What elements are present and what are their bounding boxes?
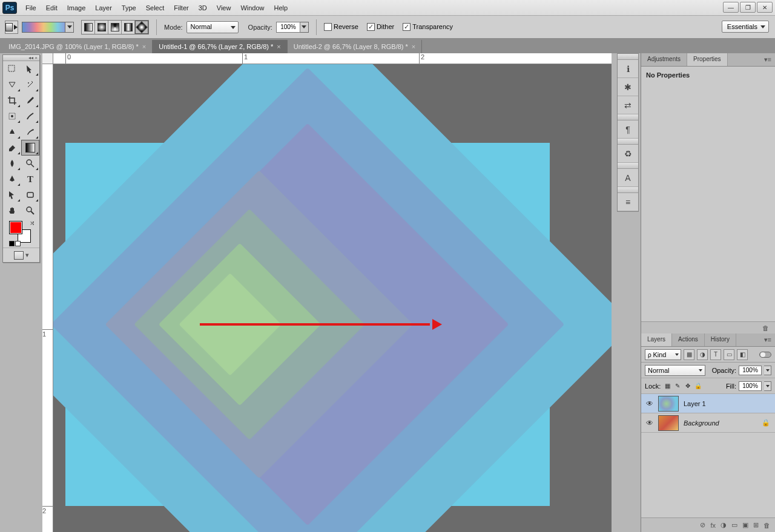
history-brush-tool[interactable] <box>21 124 39 140</box>
gradient-tool[interactable] <box>21 140 39 156</box>
visibility-toggle-icon[interactable]: 👁 <box>641 399 658 408</box>
tab-actions[interactable]: Actions <box>672 333 705 346</box>
tools-panel-header[interactable]: ◂◂× <box>3 55 39 61</box>
filter-shape-icon[interactable]: ▭ <box>724 349 734 360</box>
canvas-viewport[interactable] <box>53 64 612 532</box>
menu-help[interactable]: Help <box>269 2 293 14</box>
move-tool[interactable] <box>3 61 21 77</box>
magic-wand-tool[interactable] <box>21 77 39 93</box>
dock-list-icon[interactable]: ≡ <box>618 193 638 211</box>
layer-fill-input[interactable]: 100% <box>739 381 762 391</box>
menu-layer[interactable]: Layer <box>90 2 117 14</box>
dodge-tool[interactable] <box>21 156 39 171</box>
dither-checkbox[interactable]: Dither <box>367 23 394 31</box>
menu-edit[interactable]: Edit <box>41 2 62 14</box>
menu-filter[interactable]: Filter <box>169 2 193 14</box>
tab-properties[interactable]: Properties <box>687 53 728 66</box>
document-tab[interactable]: Untitled-2 @ 66,7% (Layer 8, RGB/8) *× <box>288 40 423 53</box>
workspace-switcher[interactable]: Essentials <box>722 21 769 33</box>
dock-info-icon[interactable]: ℹ <box>618 60 638 78</box>
filter-kind-picker[interactable]: ρ Kind <box>645 349 681 360</box>
ruler-origin[interactable] <box>42 53 53 64</box>
opacity-dropdown[interactable] <box>300 22 309 33</box>
default-colors-icon[interactable] <box>9 241 21 246</box>
opacity-control[interactable]: 100% <box>276 22 309 33</box>
document-tab[interactable]: Untitled-1 @ 66,7% (Layer 2, RGB/8) *× <box>153 40 288 53</box>
panel-menu-icon[interactable]: ▾≡ <box>760 333 775 346</box>
layer-row[interactable]: 👁 Background 🔒 <box>641 413 775 433</box>
brush-tool[interactable] <box>21 108 39 124</box>
lock-transparent-icon[interactable]: ▦ <box>663 382 671 390</box>
menu-type[interactable]: Type <box>117 2 141 14</box>
layer-row[interactable]: 👁 Layer 1 <box>641 394 775 413</box>
layer-mask-icon[interactable]: ◑ <box>721 521 727 529</box>
tab-history[interactable]: History <box>705 333 736 346</box>
pen-tool[interactable] <box>3 171 21 187</box>
close-icon[interactable]: × <box>412 43 415 50</box>
menu-view[interactable]: View <box>212 2 236 14</box>
lock-position-icon[interactable]: ✥ <box>684 382 692 390</box>
adjustment-layer-icon[interactable]: ▭ <box>731 521 737 529</box>
gradient-diamond-button[interactable] <box>135 21 148 34</box>
menu-select[interactable]: Select <box>141 2 170 14</box>
layer-name-label[interactable]: Background <box>684 419 719 427</box>
reverse-checkbox[interactable]: Reverse <box>324 23 358 31</box>
delete-layer-icon[interactable]: 🗑 <box>763 522 770 529</box>
foreground-color-swatch[interactable] <box>9 221 22 234</box>
layer-blend-mode-picker[interactable]: Normal <box>645 365 705 376</box>
layer-thumbnail[interactable] <box>658 415 679 431</box>
menu-file[interactable]: File <box>21 2 41 14</box>
link-layers-icon[interactable]: ⊘ <box>700 521 705 529</box>
gradient-angle-button[interactable] <box>108 21 122 34</box>
tab-adjustments[interactable]: Adjustments <box>641 53 687 66</box>
clone-stamp-tool[interactable] <box>3 124 21 140</box>
filter-type-icon[interactable]: T <box>710 349 721 360</box>
workspace-picker[interactable]: Essentials <box>722 21 769 33</box>
visibility-toggle-icon[interactable]: 👁 <box>641 419 658 427</box>
current-tool-icon[interactable] <box>5 21 18 34</box>
shape-tool[interactable] <box>21 187 39 203</box>
gradient-reflected-button[interactable] <box>122 21 135 34</box>
dock-brush-icon[interactable]: ✱ <box>618 78 638 96</box>
swap-colors-icon[interactable]: ⤭ <box>30 220 35 226</box>
document-canvas[interactable] <box>65 143 550 506</box>
layer-opacity-dropdown[interactable] <box>764 366 771 375</box>
gradient-preview-picker[interactable] <box>22 22 74 33</box>
marquee-tool[interactable] <box>21 61 39 77</box>
eyedropper-tool[interactable] <box>21 93 39 108</box>
menu-window[interactable]: Window <box>236 2 269 14</box>
hand-tool[interactable] <box>3 203 21 218</box>
dock-paragraph-icon[interactable]: ¶ <box>618 120 638 139</box>
layer-thumbnail[interactable] <box>658 396 679 412</box>
quick-mask-toggle[interactable]: ▾ <box>3 248 39 262</box>
filter-smart-icon[interactable]: ◧ <box>737 349 748 360</box>
gradient-radial-button[interactable] <box>95 21 108 34</box>
dock-swap-icon[interactable]: ⇄ <box>618 96 638 114</box>
dock-refresh-icon[interactable]: ♻ <box>618 145 638 163</box>
lock-pixels-icon[interactable]: ✎ <box>673 382 682 390</box>
lock-all-icon[interactable]: 🔒 <box>694 382 702 390</box>
path-selection-tool[interactable] <box>3 187 21 203</box>
blur-tool[interactable] <box>3 156 21 171</box>
transparency-checkbox[interactable]: Transparency <box>403 23 453 31</box>
menu-3d[interactable]: 3D <box>194 2 212 14</box>
type-tool[interactable]: T <box>21 171 39 187</box>
layer-fill-dropdown[interactable] <box>764 381 771 391</box>
document-tab[interactable]: IMG_2014.JPG @ 100% (Layer 1, RGB/8) *× <box>2 40 153 53</box>
close-icon[interactable]: × <box>142 43 146 50</box>
filter-pixel-icon[interactable]: ▦ <box>684 349 694 360</box>
filter-toggle[interactable] <box>759 352 771 358</box>
menu-image[interactable]: Image <box>62 2 91 14</box>
window-close-button[interactable]: ✕ <box>757 2 773 13</box>
filter-adjust-icon[interactable]: ◑ <box>697 349 708 360</box>
window-maximize-button[interactable]: ❐ <box>740 2 756 13</box>
dock-character-icon[interactable]: A <box>618 169 638 187</box>
lasso-tool[interactable] <box>3 77 21 93</box>
gradient-linear-button[interactable] <box>82 21 95 34</box>
trash-icon[interactable]: 🗑 <box>762 324 769 332</box>
zoom-tool[interactable] <box>21 203 39 218</box>
vertical-ruler[interactable]: 1 2 <box>42 64 53 532</box>
layer-name-label[interactable]: Layer 1 <box>684 400 706 407</box>
panel-menu-icon[interactable]: ▾≡ <box>760 53 775 66</box>
window-minimize-button[interactable]: — <box>723 2 739 13</box>
